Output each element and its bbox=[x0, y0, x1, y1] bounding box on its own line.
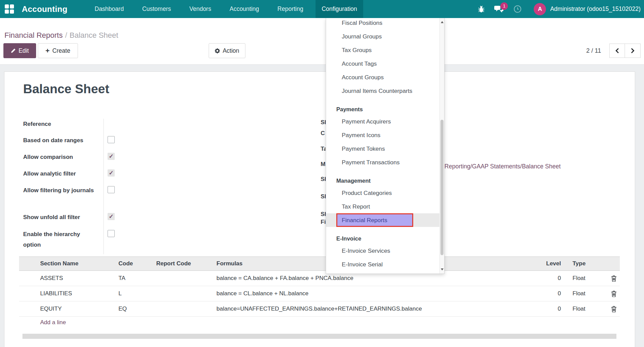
cell-level: 0 bbox=[538, 305, 567, 312]
nav-item-customers[interactable]: Customers bbox=[136, 0, 177, 18]
table-body: ASSETSTAbalance = CA.balance + FA.balanc… bbox=[19, 271, 620, 317]
create-button[interactable]: + Create bbox=[38, 43, 78, 58]
app-title[interactable]: Accounting bbox=[22, 0, 67, 18]
pager-next-button[interactable] bbox=[625, 44, 641, 58]
scrollbar-down-arrow-icon[interactable] bbox=[441, 268, 444, 270]
report-lines-table: Section NameCodeReport CodeFormulasLevel… bbox=[19, 257, 620, 317]
field-row-enable-the-hierarchy-option: Enable the hierarchy option bbox=[23, 229, 125, 250]
checkbox-show-unfold-all-filter[interactable]: ✓ bbox=[108, 213, 115, 220]
scrollbar-thumb[interactable] bbox=[440, 120, 444, 255]
checkbox-allow-filtering-by-journals[interactable] bbox=[108, 186, 115, 193]
menu-item-tax-groups[interactable]: Tax Groups bbox=[326, 43, 439, 57]
checkbox-enable-the-hierarchy-option[interactable] bbox=[108, 230, 115, 237]
nav-item-reporting[interactable]: Reporting bbox=[271, 0, 309, 18]
field-label: Allow analytic filter bbox=[23, 168, 99, 179]
pager-value: 2 / 11 bbox=[567, 47, 601, 54]
scrollbar-up-arrow-icon[interactable] bbox=[441, 21, 444, 23]
menu-item-account-tags[interactable]: Account Tags bbox=[326, 57, 439, 70]
column-header-type: Type bbox=[567, 260, 608, 267]
breadcrumb-parent-link[interactable]: Financial Reports bbox=[4, 31, 63, 39]
edit-button[interactable]: Edit bbox=[3, 43, 36, 58]
cell-formulas: balance = CL.balance + NL.balance bbox=[216, 290, 538, 297]
add-a-line-link[interactable]: Add a line bbox=[40, 319, 66, 326]
chevron-left-icon bbox=[615, 48, 619, 53]
column-header-level: Level bbox=[538, 260, 567, 267]
user-avatar[interactable]: A bbox=[534, 3, 546, 15]
cell-name: EQUITY bbox=[35, 305, 114, 312]
menu-item-e-invoice-serial[interactable]: E-Invoice Serial bbox=[326, 258, 439, 271]
plus-icon: + bbox=[46, 47, 50, 54]
configuration-dropdown-menu: Fiscal PositionsJournal GroupsTax Groups… bbox=[326, 18, 445, 274]
menu-path-link[interactable]: /Reporting/GAAP Statements/Balance Sheet bbox=[443, 163, 561, 170]
breadcrumb: Financial Reports/Balance Sheet bbox=[4, 31, 118, 40]
menu-item-tax-report[interactable]: Tax Report bbox=[326, 200, 439, 213]
field-label: Allow filtering by journals bbox=[23, 185, 99, 196]
pencil-icon bbox=[11, 48, 16, 53]
nav-item-vendors[interactable]: Vendors bbox=[183, 0, 217, 18]
table-row-liabilities[interactable]: LIABILITIESLbalance = CL.balance + NL.ba… bbox=[19, 286, 620, 301]
activities-clock-icon[interactable] bbox=[514, 5, 521, 13]
apps-grid-icon[interactable] bbox=[5, 4, 14, 14]
menu-item-payment-tokens[interactable]: Payment Tokens bbox=[326, 142, 439, 155]
menu-section-header-management: Management bbox=[326, 175, 439, 186]
checkbox-allow-analytic-filter[interactable]: ✓ bbox=[108, 169, 115, 177]
user-name[interactable]: Administrator (odoo15_15102022) bbox=[550, 5, 641, 13]
delete-row-trash-icon[interactable] bbox=[608, 291, 620, 297]
messages-count-badge: 1 bbox=[500, 2, 508, 10]
field-label: Enable the hierarchy option bbox=[23, 229, 99, 250]
pager bbox=[609, 44, 641, 58]
action-button[interactable]: Action bbox=[209, 43, 245, 58]
menu-item-journal-items-counterparts[interactable]: Journal Items Counterparts bbox=[326, 84, 439, 98]
table-header-row: Section NameCodeReport CodeFormulasLevel… bbox=[19, 257, 620, 271]
checkbox-allow-comparison[interactable]: ✓ bbox=[108, 153, 115, 160]
table-horizontal-scrollbar[interactable] bbox=[22, 334, 616, 339]
nav-item-accounting[interactable]: Accounting bbox=[223, 0, 265, 18]
table-row-assets[interactable]: ASSETSTAbalance = CA.balance + FA.balanc… bbox=[19, 271, 620, 286]
cell-formulas: balance=UNAFFECTED_EARNINGS.balance+RETA… bbox=[216, 305, 538, 312]
field-label: Show unfold all filter bbox=[23, 212, 99, 222]
delete-row-trash-icon[interactable] bbox=[608, 306, 620, 312]
field-row-based-on-date-ranges: Based on date ranges bbox=[23, 135, 125, 146]
cell-level: 0 bbox=[538, 290, 567, 297]
cell-type: Float bbox=[567, 275, 608, 282]
delete-row-trash-icon[interactable] bbox=[608, 275, 620, 282]
table-row-equity[interactable]: EQUITYEQbalance=UNAFFECTED_EARNINGS.bala… bbox=[19, 301, 620, 317]
dropdown-scrollbar bbox=[439, 18, 444, 274]
breadcrumb-current: Balance Sheet bbox=[69, 31, 118, 39]
cell-name: LIABILITIES bbox=[35, 290, 114, 297]
cell-code: TA bbox=[114, 275, 151, 282]
menu-item-payment-acquirers[interactable]: Payment Acquirers bbox=[326, 115, 439, 128]
field-row-allow-filtering-by-journals: Allow filtering by journals bbox=[23, 185, 125, 196]
odoo-accounting-screen: Accounting DashboardCustomersVendorsAcco… bbox=[0, 0, 644, 347]
column-header-code: Code bbox=[114, 260, 151, 267]
field-row-allow-comparison: Allow comparison✓ bbox=[23, 152, 125, 162]
chevron-right-icon bbox=[631, 48, 634, 53]
debug-bug-icon[interactable] bbox=[478, 5, 485, 13]
cell-formulas: balance = CA.balance + FA.balance + PNCA… bbox=[216, 275, 538, 282]
form-sheet: Balance Sheet ReferenceBased on date ran… bbox=[4, 71, 635, 347]
menu-item-e-invoice-services[interactable]: E-Invoice Services bbox=[326, 244, 439, 258]
nav-item-configuration[interactable]: Configuration bbox=[316, 0, 363, 18]
dropdown-item-list: Fiscal PositionsJournal GroupsTax Groups… bbox=[326, 18, 439, 271]
nav-item-dashboard[interactable]: Dashboard bbox=[88, 0, 130, 18]
menu-item-financial-reports[interactable]: Financial Reports bbox=[326, 213, 439, 227]
top-navbar: Accounting DashboardCustomersVendorsAcco… bbox=[0, 0, 644, 18]
checkbox-based-on-date-ranges[interactable] bbox=[108, 136, 115, 143]
menu-item-payment-transactions[interactable]: Payment Transactions bbox=[326, 155, 439, 169]
menu-item-journal-groups[interactable]: Journal Groups bbox=[326, 30, 439, 43]
field-label: Allow comparison bbox=[23, 152, 99, 162]
menu-item-payment-icons[interactable]: Payment Icons bbox=[326, 128, 439, 142]
control-panel: Financial Reports/Balance Sheet Edit + C… bbox=[0, 18, 644, 65]
menu-item-account-groups[interactable]: Account Groups bbox=[326, 70, 439, 84]
menu-item-fiscal-positions[interactable]: Fiscal Positions bbox=[326, 18, 439, 30]
right-field-label-fragment: M bbox=[321, 161, 325, 168]
menu-section-header-payments: Payments bbox=[326, 104, 439, 115]
pager-previous-button[interactable] bbox=[609, 44, 625, 58]
field-label: Based on date ranges bbox=[23, 135, 99, 146]
navbar-right-cluster: 1 A Administrator (odoo15_15102022) bbox=[478, 0, 641, 18]
navbar-menu: DashboardCustomersVendorsAccountingRepor… bbox=[88, 0, 363, 18]
field-label: Reference bbox=[23, 119, 99, 129]
highlighted-menu-item-box[interactable]: Financial Reports bbox=[336, 213, 413, 227]
messages-icon[interactable]: 1 bbox=[494, 5, 503, 13]
menu-item-product-categories[interactable]: Product Categories bbox=[326, 186, 439, 200]
